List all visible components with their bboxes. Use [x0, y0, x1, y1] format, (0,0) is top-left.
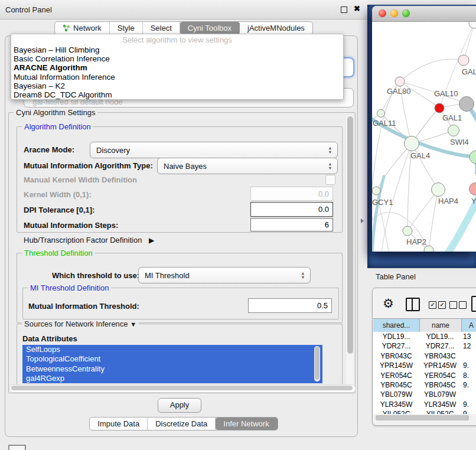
kernel-width-field[interactable] — [250, 187, 333, 201]
tab-network[interactable]: Network — [55, 22, 110, 34]
bottom-tab-infer-network-label: Infer Network — [223, 419, 269, 428]
bottom-tab-discretize-data[interactable]: Discretize Data — [148, 418, 216, 430]
mi-steps-label: Mutual Information Steps: — [24, 221, 118, 230]
minimize-window-icon[interactable] — [390, 9, 398, 17]
which-threshold-value: MI Threshold — [139, 271, 298, 280]
hub-definition-expander[interactable]: Hub/Transcription Factor Definition ▶ — [24, 236, 154, 244]
collapse-arrow-icon[interactable]: ▼ — [130, 321, 136, 328]
network-icon — [63, 24, 70, 32]
data-attributes-list[interactable]: SelfLoopsTopologicalCoefficientBetweenne… — [22, 345, 322, 383]
attribute-item-topologicalcoefficient[interactable]: TopologicalCoefficient — [22, 354, 322, 364]
network-node-y[interactable] — [470, 183, 476, 195]
deselect-all-columns-icon[interactable] — [449, 301, 467, 309]
mi-type-combo[interactable]: Naive Bayes ▲▼ — [157, 158, 338, 174]
column-header-shared-[interactable]: shared... — [373, 319, 420, 332]
table-row[interactable]: YDR27...YDR27...12 — [373, 341, 476, 351]
tab-select[interactable]: Select — [143, 22, 180, 34]
network-node-gal[interactable] — [458, 55, 469, 66]
network-node-gal4[interactable] — [405, 136, 419, 151]
data-attributes-label: Data Attributes — [22, 334, 77, 343]
network-node[interactable] — [435, 103, 444, 113]
table-row[interactable]: YLR345WYLR345W9. — [373, 400, 476, 409]
export-table-icon[interactable] — [471, 296, 476, 312]
node-label-gcy1: GCY1 — [372, 198, 393, 207]
attribute-item-betweennesscentrality[interactable]: BetweennessCentrality — [22, 364, 322, 374]
algorithm-option-dream8-dc-tdc-algorithm[interactable]: Dream8 DC_TDC Algorithm — [11, 90, 343, 99]
zoom-window-icon[interactable] — [402, 9, 410, 17]
column-layout-icon[interactable] — [406, 298, 420, 311]
unchecked-box-icon — [459, 301, 467, 309]
table-row[interactable]: YIL052CYIL052C9. — [373, 409, 476, 414]
tab-cyni-toolbox[interactable]: Cyni Toolbox — [180, 22, 240, 34]
control-panel-titlebar: Control Panel ✖ — [0, 0, 367, 19]
mi-threshold-label: Mutual Information Threshold: — [28, 302, 139, 311]
bottom-tab-impute-data[interactable]: Impute Data — [90, 418, 148, 430]
panel-collapse-arrow[interactable] — [361, 219, 364, 223]
table-row[interactable]: YDL19...YDL19...13 — [373, 332, 476, 341]
network-node-hap2[interactable] — [403, 226, 412, 236]
mi-steps-field[interactable] — [250, 218, 333, 231]
table-cell: 9. — [461, 409, 476, 414]
bottom-tab-infer-network[interactable]: Infer Network — [216, 418, 277, 430]
node-label-gal10: GAL10 — [434, 89, 458, 98]
minimized-panel-icon[interactable] — [8, 445, 26, 450]
attribute-item-gal4rgexp[interactable]: gal4RGexp — [22, 374, 322, 383]
manual-kernel-label: Manual Kernel Width Definition — [24, 175, 137, 184]
table-row[interactable]: YBR043CYBR043C — [373, 351, 476, 361]
close-panel-icon[interactable]: ✖ — [354, 4, 360, 13]
network-node-gal1[interactable] — [448, 125, 459, 136]
network-node[interactable] — [424, 246, 433, 252]
table-cell — [461, 351, 476, 361]
table-row[interactable]: YER054CYER054C8. — [373, 371, 476, 380]
table-horizontal-scrollbar[interactable] — [374, 415, 472, 421]
algorithm-option-basic-correlation-inference[interactable]: Basic Correlation Inference — [11, 54, 343, 63]
network-window-titlebar[interactable] — [372, 6, 476, 22]
tab-jactivemnodules[interactable]: jActiveMNodules — [240, 22, 312, 34]
mi-threshold-field[interactable] — [248, 298, 332, 313]
aracne-mode-combo[interactable]: Discovery ▲▼ — [90, 142, 338, 158]
algorithm-option-bayesian-hill-climbing[interactable]: Bayesian – Hill Climbing — [11, 45, 343, 54]
unchecked-box-icon — [449, 301, 457, 309]
table-header-row[interactable]: shared...nameA — [373, 318, 476, 332]
column-header-name[interactable]: name — [420, 319, 462, 332]
algorithm-option-aracne-algorithm[interactable]: ARACNE Algorithm — [11, 63, 343, 72]
algorithm-option-bayesian-k2[interactable]: Bayesian – K2 — [11, 81, 343, 90]
attributes-list-scrollbar[interactable] — [314, 346, 320, 381]
table-cell: YIL052C — [419, 409, 461, 414]
settings-vertical-scrollbar[interactable] — [346, 115, 354, 390]
dpi-tolerance-field[interactable] — [250, 202, 333, 217]
table-row[interactable]: YPR145WYPR145W9. — [373, 361, 476, 370]
network-node-gal80[interactable] — [395, 77, 405, 86]
select-all-columns-icon[interactable]: ✓ ✓ — [429, 301, 446, 309]
mi-type-label: Mutual Information Algorithm Type: — [24, 161, 153, 170]
apply-button[interactable]: Apply — [158, 398, 201, 413]
network-node-gal10[interactable] — [459, 97, 474, 112]
attribute-item-selfloops[interactable]: SelfLoops — [22, 345, 322, 354]
table-rows[interactable]: YDL19...YDL19...13YDR27...YDR27...12YBR0… — [373, 332, 476, 414]
column-header-a[interactable]: A — [462, 319, 476, 332]
float-panel-icon[interactable] — [341, 6, 347, 13]
manual-kernel-checkbox[interactable] — [325, 175, 335, 185]
table-row[interactable]: YBR045CYBR045C9. — [373, 380, 476, 390]
network-canvas[interactable]: GALGAL80GAL10GAL11GAL1SWI4GAL4GCY1HAP4YH… — [372, 22, 476, 252]
network-node-gcy1[interactable] — [372, 187, 380, 195]
network-view-window[interactable]: GALGAL80GAL10GAL11GAL1SWI4GAL4GCY1HAP4YH… — [372, 6, 476, 252]
table-row[interactable]: YBL079WYBL079W — [373, 390, 476, 399]
close-window-icon[interactable] — [379, 9, 386, 17]
checked-box-icon: ✓ — [438, 301, 446, 309]
network-node-gal11[interactable] — [377, 110, 385, 118]
tab-style[interactable]: Style — [110, 22, 143, 34]
network-node-swi4[interactable] — [470, 151, 476, 164]
settings-horizontal-scrollbar[interactable] — [9, 384, 356, 393]
table-cell: YDL19... — [373, 332, 419, 341]
table-cell: 13 — [461, 332, 476, 341]
node-label-gal: GAL — [462, 67, 476, 76]
table-settings-gear-icon[interactable]: ⚙ — [383, 296, 394, 311]
network-node[interactable] — [469, 22, 476, 28]
tab-select-label: Select — [151, 24, 172, 32]
network-node-hap4[interactable] — [432, 183, 445, 197]
which-threshold-combo[interactable]: MI Threshold ▲▼ — [138, 267, 311, 283]
node-label-swi4: SWI4 — [450, 138, 469, 146]
settings-group-title: Cyni Algorithm Settings — [14, 108, 97, 117]
algorithm-option-mutual-information-inference[interactable]: Mutual Information Inference — [11, 73, 343, 81]
